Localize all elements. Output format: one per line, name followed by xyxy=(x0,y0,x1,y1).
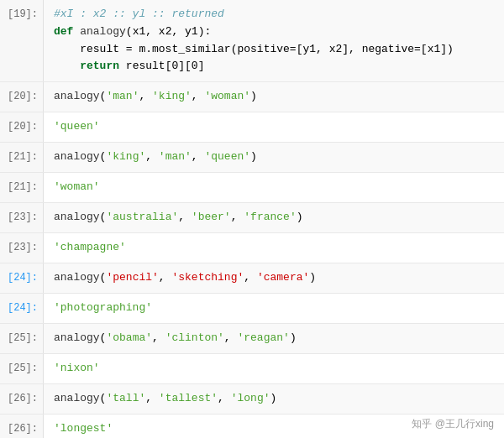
cell-label: [21]: xyxy=(0,173,44,202)
cell-content: 'champagne' xyxy=(44,233,504,263)
output-cell: [24]:'photographing' xyxy=(0,294,504,324)
cell-label: [24]: xyxy=(0,294,44,323)
cell-label: [20]: xyxy=(0,112,44,142)
cell-content: 'photographing' xyxy=(44,294,504,323)
code-cell[interactable]: [23]:analogy('australia', 'beer', 'franc… xyxy=(0,203,504,233)
cell-label: [23]: xyxy=(0,233,44,263)
cell-content: 'woman' xyxy=(44,173,504,202)
cell-label: [19]: xyxy=(0,0,44,81)
cell-label: [20]: xyxy=(0,82,44,112)
cell-content: #xI : x2 :: yl :: returned def analogy(x… xyxy=(44,0,504,81)
cell-label: [23]: xyxy=(0,203,44,232)
code-cell[interactable]: [26]:analogy('tall', 'tallest', 'long') xyxy=(0,384,504,415)
code-cell[interactable]: [24]:analogy('pencil', 'sketching', 'cam… xyxy=(0,263,504,294)
watermark: 知乎 @王几行xing xyxy=(412,417,494,431)
cell-label: [26]: xyxy=(0,384,44,414)
cell-label: [26]: xyxy=(0,415,44,438)
cell-content: analogy('man', 'king', 'woman') xyxy=(44,82,504,112)
code-cell[interactable]: [25]:analogy('obama', 'clinton', 'reagan… xyxy=(0,324,504,354)
output-cell: [23]:'champagne' xyxy=(0,233,504,263)
cell-content: 'nixon' xyxy=(44,354,504,383)
cell-content: analogy('obama', 'clinton', 'reagan') xyxy=(44,324,504,353)
cell-content: 'queen' xyxy=(44,112,504,142)
code-cell[interactable]: [19]:#xI : x2 :: yl :: returned def anal… xyxy=(0,0,504,82)
cell-content: analogy('australia', 'beer', 'france') xyxy=(44,203,504,232)
code-cell[interactable]: [20]:analogy('man', 'king', 'woman') xyxy=(0,82,504,112)
cell-content: analogy('tall', 'tallest', 'long') xyxy=(44,384,504,414)
output-cell: [25]:'nixon' xyxy=(0,354,504,384)
cell-label: [25]: xyxy=(0,354,44,383)
cell-label: [25]: xyxy=(0,324,44,353)
cell-content: analogy('king', 'man', 'queen') xyxy=(44,143,504,172)
code-cell[interactable]: [21]:analogy('king', 'man', 'queen') xyxy=(0,143,504,173)
output-cell: [20]:'queen' xyxy=(0,112,504,143)
notebook: [19]:#xI : x2 :: yl :: returned def anal… xyxy=(0,0,504,438)
cell-label: [24]: xyxy=(0,263,44,293)
output-cell: [21]:'woman' xyxy=(0,173,504,203)
cell-label: [21]: xyxy=(0,143,44,172)
cell-content: analogy('pencil', 'sketching', 'camera') xyxy=(44,263,504,293)
